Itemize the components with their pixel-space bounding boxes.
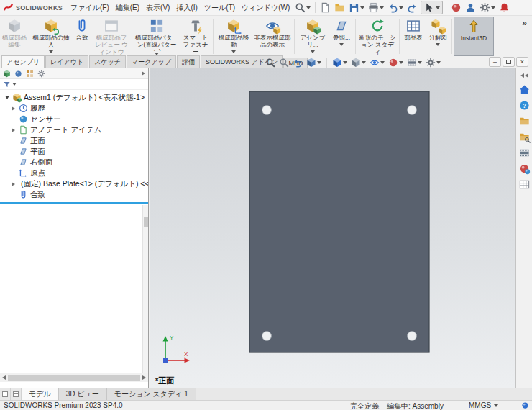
status-tag-button[interactable] xyxy=(521,401,529,409)
restore-button[interactable] xyxy=(503,57,515,67)
menu-tools[interactable]: ツール(T) xyxy=(201,1,238,14)
section-view-button[interactable] xyxy=(306,57,322,68)
menu-file[interactable]: ファイル(F) xyxy=(68,1,112,14)
tree-item-annotations[interactable]: アノテート アイテム xyxy=(0,124,148,135)
ribbon-bill-of-materials-button[interactable]: 部品表 xyxy=(401,17,426,56)
redo-button[interactable] xyxy=(405,1,419,14)
edit-appearance-button[interactable] xyxy=(387,57,404,68)
model-canvas[interactable] xyxy=(150,68,515,388)
ribbon-move-component-button[interactable]: 構成部品移動 xyxy=(215,17,252,56)
scroll-right-arrow[interactable] xyxy=(142,375,146,380)
view-settings-button[interactable] xyxy=(425,57,441,68)
expand-arrow[interactable] xyxy=(12,128,15,132)
display-style-button[interactable] xyxy=(350,57,367,68)
open-button[interactable] xyxy=(333,1,347,14)
new-document-button[interactable] xyxy=(318,1,332,14)
tree-item-sensors[interactable]: センサー xyxy=(0,114,148,124)
solidworks-resources-home-icon[interactable] xyxy=(519,84,530,95)
ribbon-instant3d-button[interactable]: Instant3D xyxy=(454,17,494,56)
ribbon-smart-fasteners-button[interactable]: スマート ファスナー xyxy=(180,17,211,56)
custom-properties-icon[interactable] xyxy=(519,179,530,190)
file-explorer-icon[interactable] xyxy=(519,132,530,142)
previous-view-button[interactable] xyxy=(292,57,303,68)
propertymanager-tab-icon[interactable] xyxy=(14,70,22,78)
tab-sketch[interactable]: スケッチ xyxy=(89,55,126,68)
base-plate[interactable] xyxy=(249,91,429,352)
menu-view[interactable]: 表示(V) xyxy=(143,1,173,14)
tree-item-top-plane[interactable]: 平面 xyxy=(0,146,148,157)
options-button[interactable] xyxy=(478,1,497,14)
graphics-viewport[interactable]: Y X *正面 xyxy=(150,68,515,388)
panel-vertical-scrollbar[interactable] xyxy=(142,205,148,373)
hide-show-items-button[interactable] xyxy=(369,57,385,68)
move-component-icon xyxy=(226,19,241,33)
filter-dropdown-arrow[interactable] xyxy=(12,83,17,86)
tree-item-origin[interactable]: 原点 xyxy=(0,168,148,178)
ribbon-overflow-button[interactable]: » xyxy=(520,17,531,56)
scroll-left-arrow[interactable] xyxy=(2,375,6,380)
horizontal-scroll-thumb[interactable] xyxy=(8,375,140,381)
close-button[interactable]: × xyxy=(516,57,528,67)
ribbon-exploded-view-button[interactable]: 分解図 xyxy=(426,17,450,56)
tree-item-right-plane[interactable]: 右側面 xyxy=(0,157,148,168)
menu-edit[interactable]: 編集(E) xyxy=(113,1,142,14)
split-view-button-1[interactable] xyxy=(0,388,11,400)
expand-arrow[interactable] xyxy=(12,106,15,111)
expand-arrow[interactable] xyxy=(12,182,15,186)
select-tool-button[interactable] xyxy=(421,1,443,14)
options-dropdown-arrow xyxy=(491,6,495,9)
menu-window[interactable]: ウィンドウ(W) xyxy=(239,1,293,14)
view-orientation-button[interactable] xyxy=(331,57,348,68)
featuremanager-tab-icon[interactable] xyxy=(3,70,11,78)
save-button[interactable] xyxy=(347,1,366,14)
ribbon-reference-geometry-button[interactable]: 参照... xyxy=(329,17,354,56)
ribbon-assembly-features-button[interactable]: アセンブリ... xyxy=(296,17,329,56)
panel-horizontal-scrollbar[interactable] xyxy=(0,373,148,382)
menu-insert[interactable]: 挿入(I) xyxy=(173,1,200,14)
ribbon-mate-button[interactable]: 合致 xyxy=(71,17,93,56)
doc-tab-3d-views[interactable]: 3D ビュー xyxy=(59,388,107,400)
plane-icon xyxy=(19,147,28,156)
tab-layout[interactable]: レイアウト xyxy=(45,55,88,68)
user-account-button[interactable] xyxy=(464,1,477,14)
zoom-fit-button[interactable] xyxy=(265,57,276,68)
split-view-button-2[interactable] xyxy=(11,388,22,400)
panel-flyout-arrow[interactable] xyxy=(142,71,145,76)
undo-button[interactable] xyxy=(386,1,405,14)
doc-tab-motion-study-1[interactable]: モーション スタディ 1 xyxy=(107,388,196,400)
ribbon-new-motion-study-button[interactable]: 新規のモーション スタディ xyxy=(357,17,398,56)
minimize-button[interactable]: – xyxy=(489,57,501,67)
sphere-tool-button[interactable] xyxy=(449,1,463,14)
apply-scene-button[interactable] xyxy=(406,57,423,68)
search-button[interactable] xyxy=(293,1,312,14)
filter-funnel-icon[interactable] xyxy=(3,81,11,88)
tree-item-front-plane[interactable]: 正面 xyxy=(0,135,148,146)
design-library-icon[interactable] xyxy=(519,116,530,127)
vertical-scroll-thumb[interactable] xyxy=(144,217,148,227)
tab-evaluate[interactable]: 評価 xyxy=(177,55,200,68)
ribbon-insert-components-button[interactable]: 構成部品の挿入 xyxy=(31,17,71,56)
tree-item-history[interactable]: 履歴 xyxy=(0,103,148,114)
featuremanager-splitter[interactable] xyxy=(0,202,148,204)
ribbon-linear-component-pattern-button[interactable]: 構成部品パターン(直線パターン) xyxy=(134,17,180,56)
view-palette-icon[interactable] xyxy=(519,147,530,158)
tab-markup[interactable]: マークアップ xyxy=(127,55,176,68)
help-icon[interactable] xyxy=(519,100,530,111)
doc-tab-model[interactable]: モデル xyxy=(22,388,59,400)
tree-item-mates[interactable]: 合致 xyxy=(0,189,148,200)
taskpane-expand-button[interactable] xyxy=(520,72,528,79)
ribbon-show-hidden-components-button[interactable]: 非表示構成部品の表示 xyxy=(252,17,293,56)
tab-assembly[interactable]: アセンブリ xyxy=(1,55,45,68)
dimxpertmanager-tab-icon[interactable] xyxy=(37,70,45,78)
tree-root-assem1[interactable]: Assem1 (デフォルト) <表示状態-1> xyxy=(0,92,148,103)
expand-arrow[interactable] xyxy=(5,96,9,99)
configurationmanager-tab-icon[interactable] xyxy=(26,70,34,78)
print-button[interactable] xyxy=(367,1,385,14)
tree-item-base-plate[interactable]: (固定) Base Plate<1> (デフォルト) <<デフォルト>_表 xyxy=(0,178,148,189)
zoom-area-button[interactable] xyxy=(278,57,290,68)
ribbon-edit-component-button[interactable]: 構成部品編集 xyxy=(1,17,27,56)
appearances-icon[interactable] xyxy=(519,163,530,174)
ribbon-component-preview-window-button[interactable]: 構成部品プレビュー ウィンドウ xyxy=(93,17,130,56)
status-units-selector[interactable]: MMGS xyxy=(469,401,498,409)
notifications-button[interactable] xyxy=(497,1,511,14)
